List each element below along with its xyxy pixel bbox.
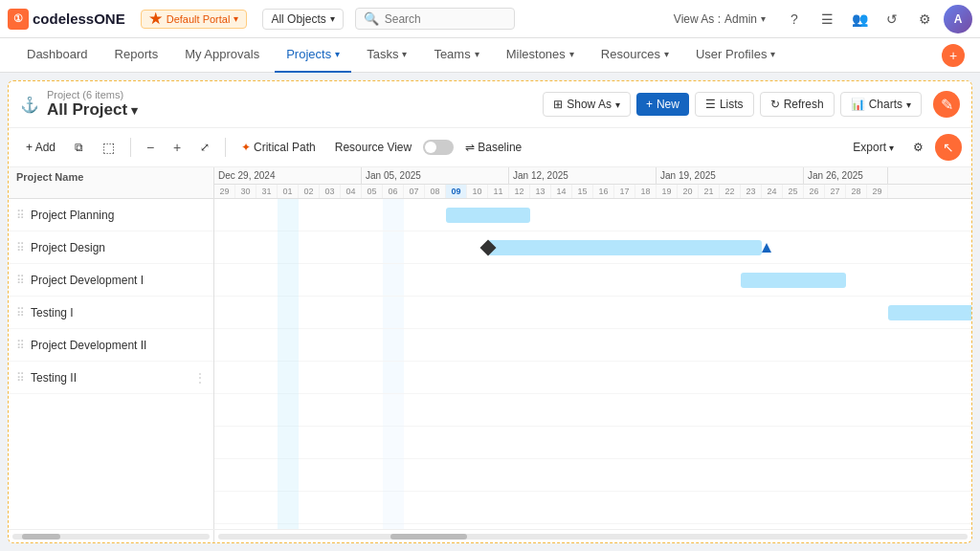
- zoom-out-button[interactable]: −: [139, 136, 162, 159]
- day-15: 15: [572, 185, 593, 198]
- day-27: 27: [825, 185, 846, 198]
- nav-tasks[interactable]: Tasks ▾: [355, 38, 418, 73]
- gantt-row-testing1[interactable]: ⠿ Testing I: [9, 297, 213, 329]
- chart-row-design: [214, 231, 971, 264]
- week-jan12: Jan 12, 2025: [509, 167, 657, 184]
- copy-button[interactable]: ⧉: [67, 137, 91, 158]
- nav-milestones[interactable]: Milestones ▾: [495, 38, 586, 73]
- nav-dashboard[interactable]: Dashboard: [15, 38, 100, 73]
- new-button[interactable]: + New: [636, 93, 689, 116]
- panel-title: All Project ▾: [47, 100, 138, 120]
- resource-view-toggle[interactable]: [423, 140, 454, 155]
- history-icon[interactable]: ↺: [879, 6, 905, 33]
- nav-teams[interactable]: Teams ▾: [422, 38, 490, 73]
- nav-resources[interactable]: Resources ▾: [590, 38, 680, 73]
- bar-dev1[interactable]: [741, 273, 846, 288]
- day-29: 29: [214, 185, 235, 198]
- nav-user-profiles[interactable]: User Profiles ▾: [684, 38, 787, 73]
- gantt-row-dev2[interactable]: ⠿ Project Development II: [9, 329, 213, 362]
- add-nav-button[interactable]: +: [942, 44, 965, 67]
- export-button[interactable]: Export ▾: [845, 137, 902, 158]
- search-box[interactable]: 🔍: [355, 8, 516, 30]
- nav-tasks-dropdown-icon: ▾: [402, 49, 407, 59]
- gantt-row-planning[interactable]: ⠿ Project Planning: [9, 199, 213, 231]
- gantt-row-testing2[interactable]: ⠿ Testing II ⋮: [9, 362, 213, 394]
- right-scroll-thumb[interactable]: [390, 534, 467, 540]
- lists-button[interactable]: ☰ Lists: [695, 92, 754, 117]
- bar-testing1[interactable]: [888, 305, 971, 320]
- portal-badge[interactable]: Default Portal ▾: [141, 10, 248, 29]
- nav-resources-dropdown-icon: ▾: [664, 49, 669, 59]
- gantt-body: ⠿ Project Planning ⠿ Project Design ⠿ Pr…: [9, 199, 971, 529]
- zoom-in-button[interactable]: +: [166, 136, 189, 159]
- critical-path-button[interactable]: ✦ Critical Path: [234, 137, 323, 158]
- critical-path-label: Critical Path: [254, 141, 316, 154]
- nav-projects[interactable]: Projects ▾: [275, 38, 351, 73]
- portal-star-icon: [149, 12, 163, 26]
- panel-title-dropdown-icon[interactable]: ▾: [131, 103, 138, 118]
- gantt-row-design[interactable]: ⠿ Project Design: [9, 231, 213, 264]
- nav-approvals[interactable]: My Approvals: [173, 38, 271, 73]
- anchor-icon: ⚓: [20, 96, 39, 114]
- day-11: 11: [488, 185, 509, 198]
- charts-button[interactable]: 📊 Charts ▾: [840, 92, 922, 117]
- show-as-button[interactable]: ⊞ Show As ▾: [543, 92, 631, 117]
- settings-icon[interactable]: ⚙: [911, 6, 938, 33]
- bar-design[interactable]: [488, 240, 762, 255]
- bar-planning[interactable]: [446, 208, 530, 223]
- expand-button[interactable]: ⤢: [192, 137, 217, 158]
- gantt-weeks-header: Dec 29, 2024 Jan 05, 2025 Jan 12, 2025 J…: [214, 167, 971, 198]
- copy-icon: ⧉: [75, 141, 83, 154]
- day-03: 03: [320, 185, 341, 198]
- row-options-testing2[interactable]: ⋮: [194, 371, 206, 385]
- settings-gear-button[interactable]: ⚙: [905, 137, 931, 158]
- panel-quick-action-button[interactable]: ✎: [933, 91, 960, 118]
- resource-view-button[interactable]: Resource View: [327, 137, 419, 158]
- day-29b: 29: [867, 185, 888, 198]
- help-icon[interactable]: ?: [781, 6, 808, 33]
- day-13: 13: [530, 185, 551, 198]
- gantt-days-row: 29 30 31 01 02 03 04 05 06 07 08 09 10: [214, 185, 971, 198]
- day-17: 17: [614, 185, 635, 198]
- content-area: ⚓ Project (6 items) All Project ▾ ⊞ Show…: [0, 73, 980, 551]
- milestone-design-end: [762, 243, 771, 253]
- gantt-timeline-header: Project Name Dec 29, 2024 Jan 05, 2025 J…: [9, 167, 971, 199]
- gantt-row-dev1[interactable]: ⠿ Project Development I: [9, 264, 213, 297]
- show-as-chevron-icon: ▾: [615, 99, 620, 110]
- menu-icon[interactable]: ☰: [813, 6, 840, 33]
- show-as-icon: ⊞: [553, 98, 563, 111]
- day-20: 20: [678, 185, 699, 198]
- day-31: 31: [256, 185, 278, 198]
- search-input[interactable]: [385, 12, 507, 26]
- paste-button[interactable]: ⬚: [95, 136, 122, 159]
- day-02: 02: [299, 185, 320, 198]
- add-task-button[interactable]: + Add: [18, 137, 63, 158]
- users-icon[interactable]: 👥: [846, 6, 873, 33]
- row-name-testing1: Testing I: [31, 306, 74, 320]
- right-scroll-track[interactable]: [218, 534, 968, 540]
- day-19: 19: [657, 185, 678, 198]
- day-26: 26: [804, 185, 825, 198]
- empty-row-2: [214, 427, 971, 459]
- baseline-icon: ⇌: [465, 141, 475, 154]
- row-name-testing2: Testing II: [31, 371, 77, 385]
- view-as-selector[interactable]: View As : Admin ▾: [674, 12, 766, 26]
- nav-reports[interactable]: Reports: [103, 38, 170, 73]
- week-jan05: Jan 05, 2025: [362, 167, 509, 184]
- user-avatar[interactable]: A: [944, 5, 972, 33]
- charts-chevron-icon: ▾: [906, 99, 911, 110]
- refresh-button[interactable]: ↻ Refresh: [760, 92, 835, 117]
- day-06: 06: [383, 185, 404, 198]
- app-logo[interactable]: ① codelessONE: [8, 9, 125, 30]
- paste-icon: ⬚: [102, 140, 115, 155]
- new-plus-icon: +: [646, 98, 653, 111]
- panel-subtitle: Project (6 items): [47, 89, 138, 100]
- nav-dashboard-label: Dashboard: [27, 47, 88, 61]
- row-name-dev2: Project Development II: [31, 339, 146, 352]
- row-name-dev1: Project Development I: [31, 274, 144, 287]
- nav-projects-dropdown-icon: ▾: [335, 49, 340, 59]
- baseline-button[interactable]: ⇌ Baseline: [457, 137, 529, 158]
- left-scroll-thumb[interactable]: [22, 534, 60, 540]
- all-objects-dropdown[interactable]: All Objects ▾: [262, 9, 343, 30]
- left-scroll-track[interactable]: [12, 534, 210, 540]
